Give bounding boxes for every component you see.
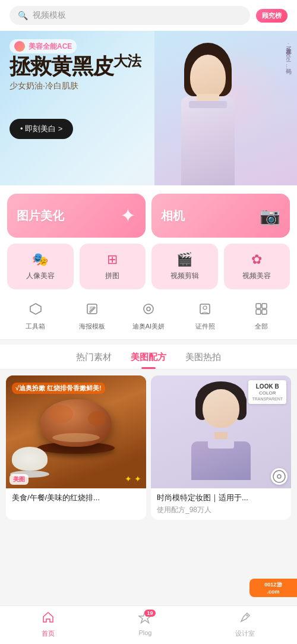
tool-poster[interactable]: 海报模板 — [64, 302, 120, 331]
banner-title-block: 拯救黄黑皮大法 少女奶油·冷白肌肤 — [10, 53, 141, 91]
banner-cta-button[interactable]: • 即刻美白 > — [10, 119, 73, 139]
tool-id-photo[interactable]: 证件照 — [177, 302, 233, 331]
watermark: 001Z游 .com — [249, 579, 297, 608]
collage-icon: ⊞ — [107, 252, 118, 267]
banner-deco-text: 关注·分享 Model 号码... — [284, 43, 292, 69]
banner-subtitle: 少女奶油·冷白肌肤 — [10, 81, 141, 91]
video-edit-label: 视频剪辑 — [170, 271, 199, 281]
svg-point-12 — [246, 615, 248, 617]
tab-recipe[interactable]: 美图配方 — [131, 352, 166, 369]
cd-icon — [271, 468, 287, 485]
plog-label: Plog — [138, 629, 151, 636]
brand-icon — [14, 41, 25, 52]
camera-label: 相机 — [161, 208, 185, 224]
portrait-label: 人像美容 — [26, 271, 55, 281]
card-portrait-content: 时尚模特定妆图｜适用于... 使用配方_98万人 — [151, 488, 291, 520]
tool-ai-beauty[interactable]: 迪奥AI美妍 — [120, 302, 176, 331]
search-placeholder: 视频模板 — [33, 10, 66, 21]
feature-btn-beautify[interactable]: 图片美化 ✦ — [7, 194, 146, 238]
design-label: 设计室 — [235, 629, 255, 638]
nav-plog[interactable]: 19 Plog — [138, 611, 151, 638]
feature-btn-collage[interactable]: ⊞ 拼图 — [80, 244, 146, 289]
video-beauty-label: 视频美容 — [242, 271, 271, 281]
svg-point-5 — [203, 306, 207, 310]
content-tabs: 热门素材 美图配方 美图热拍 — [0, 345, 297, 370]
card-food-image: √迪奥扮嫩 红烧排骨香嫩鲜美! ✦ ✦ 美图 — [6, 375, 146, 488]
card-portrait[interactable]: LOOK B COLOR TRANSPARENT 时尚模特定妆图｜适用于... … — [151, 375, 291, 520]
svg-rect-9 — [262, 310, 267, 314]
beautify-label: 图片美化 — [17, 208, 64, 224]
ai-beauty-label: 迪奥AI美妍 — [132, 322, 165, 331]
feature-btn-video-beauty[interactable]: ✿ 视频美容 — [224, 244, 290, 289]
food-overlay-text: √迪奥扮嫩 红烧排骨香嫩鲜美! — [12, 383, 105, 394]
poster-label: 海报模板 — [79, 322, 105, 331]
design-icon — [239, 611, 252, 627]
pro-badge[interactable]: 顾究榜 — [256, 9, 287, 23]
feature-row-small: 🎭 人像美容 ⊞ 拼图 🎬 视频剪辑 ✿ 视频美容 — [7, 244, 290, 289]
card-food-title: 美食/午餐/美味的红烧排... — [12, 493, 140, 503]
plog-badge: 19 — [144, 610, 155, 617]
feature-btn-video-edit[interactable]: 🎬 视频剪辑 — [151, 244, 218, 289]
ai-beauty-icon — [142, 302, 155, 319]
tab-hot-photo[interactable]: 美图热拍 — [185, 352, 221, 369]
person-figure — [166, 37, 297, 185]
banner: 美容全能ACE 拯救黄黑皮大法 少女奶油·冷白肌肤 • 即刻美白 > 关注·分享… — [0, 31, 297, 185]
feature-row-large: 图片美化 ✦ 相机 📷 — [7, 194, 290, 238]
beautify-icon: ✦ — [120, 204, 136, 227]
portrait-icon: 🎭 — [32, 252, 48, 267]
search-icon: 🔍 — [18, 11, 28, 20]
id-photo-label: 证件照 — [195, 322, 215, 331]
home-icon — [42, 611, 55, 627]
nav-home[interactable]: 首页 — [42, 611, 55, 638]
svg-rect-6 — [256, 304, 261, 308]
video-edit-icon: 🎬 — [176, 252, 192, 267]
svg-point-11 — [277, 475, 281, 478]
feature-btn-portrait[interactable]: 🎭 人像美容 — [7, 244, 74, 289]
food-stars: ✦ ✦ — [125, 474, 141, 484]
feature-grid: 图片美化 ✦ 相机 📷 🎭 人像美容 ⊞ 拼图 🎬 视频剪辑 ✿ 视频美容 — [0, 185, 297, 296]
banner-person-image: 关注·分享 Model 号码... — [154, 31, 297, 185]
banner-brand: 美容全能ACE — [10, 39, 77, 53]
lookbook-tag: LOOK B COLOR TRANSPARENT — [248, 380, 286, 404]
svg-rect-8 — [256, 310, 261, 314]
id-photo-icon — [198, 302, 211, 319]
feature-btn-camera[interactable]: 相机 📷 — [151, 194, 290, 238]
svg-point-2 — [144, 304, 153, 314]
card-portrait-title: 时尚模特定妆图｜适用于... — [157, 493, 285, 503]
poster-icon — [86, 302, 99, 319]
camera-icon: 📷 — [260, 206, 280, 226]
card-food[interactable]: √迪奥扮嫩 红烧排骨香嫩鲜美! ✦ ✦ 美图 美食/午餐/美味的红烧排... — [6, 375, 146, 520]
content-grid: √迪奥扮嫩 红烧排骨香嫩鲜美! ✦ ✦ 美图 美食/午餐/美味的红烧排... — [0, 370, 297, 561]
search-bar: 🔍 视频模板 顾究榜 — [0, 0, 297, 31]
svg-rect-7 — [262, 304, 267, 308]
watermark-text2: .com — [267, 589, 279, 595]
tool-toolbox[interactable]: 工具箱 — [7, 302, 64, 331]
svg-marker-0 — [30, 304, 41, 314]
tab-hot-material[interactable]: 热门素材 — [76, 352, 112, 369]
all-label: 全部 — [255, 322, 268, 331]
collage-label: 拼图 — [105, 271, 119, 281]
bottom-nav: 首页 19 Plog 设计室 — [0, 605, 297, 644]
search-wrapper[interactable]: 🔍 视频模板 — [10, 6, 250, 25]
video-beauty-icon: ✿ — [251, 252, 262, 267]
home-label: 首页 — [42, 629, 55, 638]
brand-text: 美容全能ACE — [29, 42, 72, 52]
svg-point-3 — [147, 307, 150, 311]
nav-design[interactable]: 设计室 — [235, 611, 255, 638]
tool-all[interactable]: 全部 — [233, 302, 290, 331]
watermark-text1: 001Z游 — [264, 581, 282, 589]
tools-row: 工具箱 海报模板 迪奥AI美妍 证件照 全部 — [0, 296, 297, 340]
toolbox-icon — [29, 302, 42, 319]
card-corner-tag: 美图 — [10, 474, 29, 485]
card-portrait-image: LOOK B COLOR TRANSPARENT — [151, 375, 291, 488]
all-icon — [255, 302, 268, 319]
card-food-content: 美食/午餐/美味的红烧排... — [6, 488, 146, 508]
card-portrait-subtitle: 使用配方_98万人 — [157, 505, 285, 515]
toolbox-label: 工具箱 — [26, 322, 45, 331]
banner-main-title: 拯救黄黑皮大法 — [10, 53, 141, 78]
